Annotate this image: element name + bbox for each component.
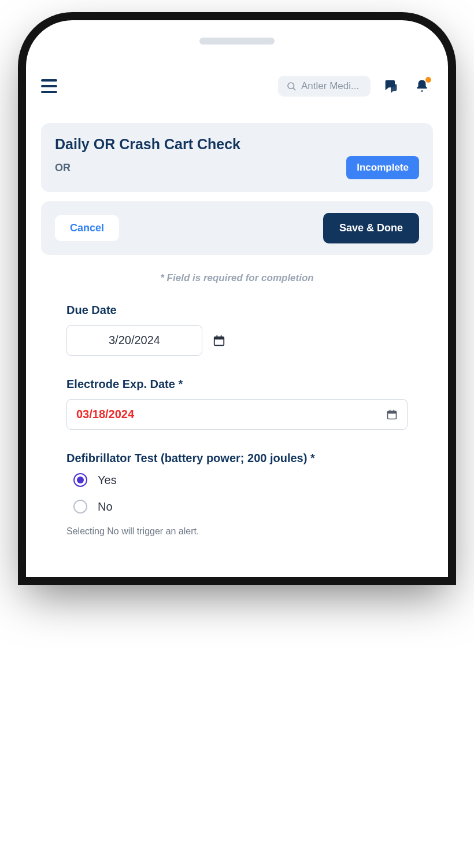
- due-date-row: 3/20/2024: [66, 325, 408, 356]
- electrode-exp-input[interactable]: 03/18/2024: [66, 399, 408, 430]
- search-icon: [286, 81, 297, 91]
- save-done-button[interactable]: Save & Done: [323, 213, 419, 243]
- radio-icon: [73, 473, 87, 487]
- header-card: Daily OR Crash Cart Check OR Incomplete: [41, 123, 433, 192]
- svg-rect-3: [214, 337, 224, 339]
- radio-icon: [73, 500, 87, 514]
- defib-test-no[interactable]: No: [73, 500, 408, 514]
- due-date-field: Due Date 3/20/2024: [66, 304, 408, 356]
- form: Due Date 3/20/2024 Electrode Exp. Date *…: [41, 304, 433, 537]
- menu-button[interactable]: [41, 75, 64, 98]
- defib-test-yes[interactable]: Yes: [73, 473, 408, 487]
- page-subtitle: OR: [55, 162, 71, 174]
- svg-rect-7: [388, 411, 397, 413]
- notifications-button[interactable]: [411, 75, 433, 97]
- cancel-button[interactable]: Cancel: [55, 215, 119, 241]
- stage: Antler Medi... Daily OR Crash Cart Check…: [0, 0, 474, 577]
- phone-frame: Antler Medi... Daily OR Crash Cart Check…: [26, 20, 448, 577]
- radio-label: No: [98, 500, 113, 514]
- defib-test-radio-group: Yes No: [66, 473, 408, 514]
- search-placeholder: Antler Medi...: [301, 80, 359, 92]
- top-bar: Antler Medi...: [41, 68, 433, 105]
- defib-test-note: Selecting No will trigger an alert.: [66, 526, 408, 537]
- electrode-exp-label: Electrode Exp. Date *: [66, 378, 408, 391]
- chat-icon: [383, 78, 399, 94]
- calendar-icon[interactable]: [213, 334, 225, 347]
- defib-test-label: Defibrillator Test (battery power; 200 j…: [66, 452, 408, 465]
- status-badge[interactable]: Incomplete: [346, 156, 419, 179]
- radio-label: Yes: [98, 474, 117, 487]
- search-input[interactable]: Antler Medi...: [278, 76, 371, 97]
- due-date-label: Due Date: [66, 304, 408, 317]
- action-bar: Cancel Save & Done: [41, 201, 433, 255]
- speaker-slot: [199, 38, 275, 45]
- defib-test-field: Defibrillator Test (battery power; 200 j…: [66, 452, 408, 537]
- svg-line-1: [293, 88, 295, 90]
- electrode-exp-field: Electrode Exp. Date * 03/18/2024: [66, 378, 408, 430]
- bell-icon: [414, 79, 429, 94]
- date-picker-icon: [386, 409, 398, 420]
- electrode-exp-value: 03/18/2024: [76, 408, 134, 421]
- due-date-input[interactable]: 3/20/2024: [66, 325, 202, 356]
- screen: Antler Medi... Daily OR Crash Cart Check…: [26, 68, 448, 577]
- required-hint: * Field is required for completion: [41, 272, 433, 284]
- chat-button[interactable]: [380, 75, 402, 97]
- page-title: Daily OR Crash Cart Check: [55, 136, 419, 153]
- header-row: OR Incomplete: [55, 156, 419, 179]
